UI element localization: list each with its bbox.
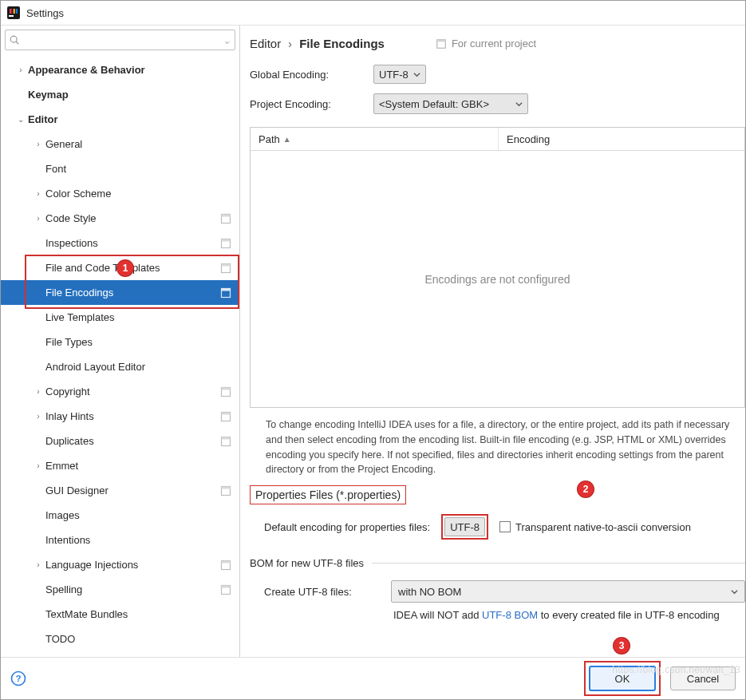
help-icon[interactable]: ? [10, 670, 26, 686]
settings-tree[interactable]: ›Appearance & BehaviorKeymap⌄Editor›Gene… [1, 54, 239, 657]
tree-item-language-injections[interactable]: ›Language Injections [1, 552, 239, 577]
breadcrumb: Editor › File Encodings [250, 37, 385, 50]
properties-default-encoding-value: UTF-8 [450, 521, 480, 533]
svg-rect-2 [10, 9, 12, 14]
tree-item-file-and-code-templates[interactable]: File and Code Templates [1, 255, 239, 280]
svg-rect-10 [222, 239, 231, 241]
tree-item-label: File Types [45, 336, 239, 348]
svg-rect-1 [9, 15, 14, 17]
watermark: https://blog.csdn.net/wait_13 [612, 664, 740, 675]
table-empty-label: Encodings are not configured [424, 273, 570, 286]
tree-item-label: Color Scheme [45, 188, 239, 200]
svg-rect-4 [16, 9, 18, 14]
tree-item-inlay-hints[interactable]: ›Inlay Hints [1, 404, 239, 429]
project-encoding-row: Project Encoding: <System Default: GBK> [250, 93, 745, 114]
table-header: Path ▲ Encoding [251, 128, 744, 151]
properties-section-title: Properties Files (*.properties) [250, 485, 406, 504]
for-project-label: For current project [452, 38, 536, 49]
tree-item-label: Images [45, 509, 239, 521]
tree-item-general[interactable]: ›General [1, 132, 239, 156]
svg-rect-24 [222, 560, 231, 563]
bom-section-header: BOM for new UTF-8 files [250, 557, 745, 569]
annotation-callout-2: 2 [577, 481, 594, 498]
settings-window: Settings ⌄ ›Appearance & BehaviorKeymap⌄… [0, 0, 746, 700]
tree-item-textmate-bundles[interactable]: TextMate Bundles [1, 602, 239, 627]
tree-item-live-templates[interactable]: Live Templates [1, 305, 239, 330]
search-input[interactable] [20, 34, 224, 47]
svg-rect-14 [222, 288, 231, 291]
col-path[interactable]: Path ▲ [251, 128, 499, 150]
tree-item-copyright[interactable]: ›Copyright [1, 379, 239, 404]
chevron-right-icon[interactable]: › [33, 140, 44, 148]
tree-item-spelling[interactable]: Spelling [1, 577, 239, 602]
project-scope-icon [220, 238, 231, 249]
breadcrumb-leaf: File Encodings [299, 37, 385, 50]
chevron-down-icon[interactable]: ⌄ [15, 115, 26, 124]
search-box[interactable]: ⌄ [5, 30, 235, 50]
breadcrumb-row: Editor › File Encodings For current proj… [250, 37, 745, 60]
tree-item-editor[interactable]: ⌄Editor [1, 107, 239, 132]
checkbox-icon [499, 521, 511, 532]
utf8-bom-link[interactable]: UTF-8 BOM [482, 609, 538, 621]
project-scope-icon [220, 287, 231, 299]
svg-rect-12 [222, 263, 231, 266]
encodings-table[interactable]: Path ▲ Encoding Encodings are not config… [250, 127, 745, 408]
sort-asc-icon: ▲ [283, 135, 291, 144]
chevron-right-icon[interactable]: › [15, 65, 26, 74]
chevron-right-icon[interactable]: › [33, 387, 44, 396]
tree-item-gui-designer[interactable]: GUI Designer [1, 478, 239, 503]
create-utf8-files-combo[interactable]: with NO BOM [391, 580, 745, 603]
tree-item-label: Spelling [45, 583, 220, 595]
bom-section-title: BOM for new UTF-8 files [250, 557, 364, 569]
col-encoding[interactable]: Encoding [499, 128, 558, 150]
sidebar: ⌄ ›Appearance & BehaviorKeymap⌄Editor›Ge… [1, 26, 240, 657]
chevron-right-icon[interactable]: › [33, 214, 44, 223]
tree-item-intentions[interactable]: Intentions [1, 528, 239, 552]
tree-item-inspections[interactable]: Inspections [1, 231, 239, 255]
tree-item-emmet[interactable]: ›Emmet [1, 453, 239, 478]
tree-item-label: Language Injections [45, 559, 220, 571]
tree-item-color-scheme[interactable]: ›Color Scheme [1, 181, 239, 206]
tree-item-file-types[interactable]: File Types [1, 330, 239, 354]
content-pane: Editor › File Encodings For current proj… [240, 26, 745, 657]
dialog-footer: ? 3 OK Cancel https://blog.csdn.net/wait… [1, 657, 745, 699]
chevron-down-icon [515, 101, 523, 108]
main-area: ⌄ ›Appearance & BehaviorKeymap⌄Editor›Ge… [1, 25, 745, 657]
tree-item-keymap[interactable]: Keymap [1, 82, 239, 107]
chevron-down-icon [731, 588, 738, 595]
tree-item-label: Appearance & Behavior [28, 64, 239, 76]
project-scope-icon [220, 560, 231, 571]
col-path-label: Path [259, 133, 280, 145]
project-scope-icon [220, 411, 231, 422]
tree-item-file-encodings[interactable]: File Encodings [1, 280, 239, 305]
table-empty-state: Encodings are not configured [251, 151, 744, 407]
project-encoding-combo[interactable]: <System Default: GBK> [373, 93, 528, 114]
chevron-right-icon: › [284, 38, 296, 50]
chevron-right-icon[interactable]: › [33, 560, 44, 569]
tree-item-label: GUI Designer [45, 484, 220, 496]
search-icon [9, 34, 20, 45]
tree-item-label: Code Style [45, 212, 220, 224]
breadcrumb-root[interactable]: Editor [250, 37, 281, 50]
tree-item-label: Font [45, 163, 239, 175]
tree-item-label: File and Code Templates [45, 262, 220, 274]
tree-item-code-style[interactable]: ›Code Style [1, 206, 239, 231]
chevron-right-icon[interactable]: › [33, 412, 44, 421]
tree-item-duplicates[interactable]: Duplicates [1, 429, 239, 453]
chevron-right-icon[interactable]: › [33, 189, 44, 198]
project-scope-icon [220, 386, 231, 397]
tree-item-images[interactable]: Images [1, 503, 239, 528]
tree-item-todo[interactable]: TODO [1, 627, 239, 651]
chevron-right-icon[interactable]: › [33, 461, 44, 470]
global-encoding-combo[interactable]: UTF-8 [373, 65, 426, 84]
svg-rect-18 [222, 412, 231, 414]
project-encoding-label: Project Encoding: [250, 98, 373, 110]
tree-item-font[interactable]: Font [1, 156, 239, 181]
chevron-down-icon [413, 71, 420, 78]
for-current-project-badge: For current project [436, 38, 536, 49]
tree-item-android-layout-editor[interactable]: Android Layout Editor [1, 354, 239, 379]
svg-text:?: ? [16, 674, 22, 683]
properties-default-encoding-combo[interactable]: UTF-8 [444, 517, 485, 536]
tree-item-appearance-behavior[interactable]: ›Appearance & Behavior [1, 57, 239, 82]
transparent-native-to-ascii-checkbox[interactable]: Transparent native-to-ascii conversion [499, 521, 691, 533]
